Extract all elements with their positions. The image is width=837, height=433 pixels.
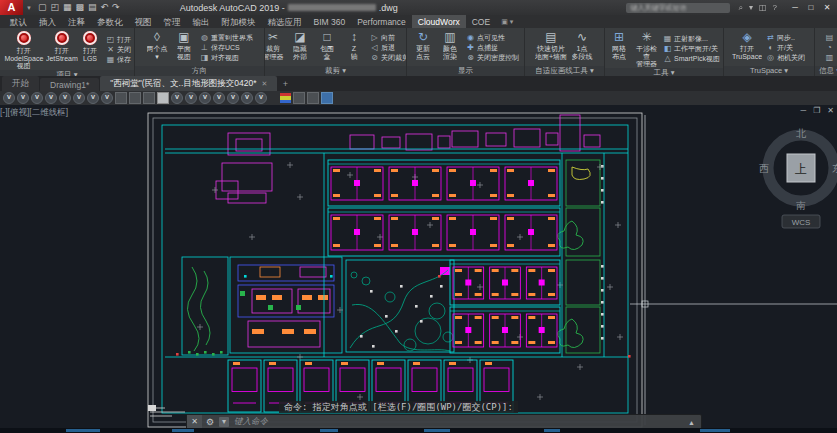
toolbar-icon-6[interactable]: V <box>87 92 99 104</box>
minimize-drawing-icon[interactable]: ─ <box>800 106 806 115</box>
ribbon-button[interactable]: 打开 LGS <box>77 29 103 70</box>
ribbon-small-button[interactable]: ◍重置到世界系 <box>200 33 253 42</box>
ribbon-button[interactable]: ▤快速切片 地面+墙面 <box>534 29 568 66</box>
ribbon-small-button[interactable]: ◧工作平面开/关 <box>663 44 720 53</box>
toolbar-icon-18[interactable]: V <box>255 92 267 104</box>
sign-in-icon[interactable]: ▾ <box>749 3 753 13</box>
redo-icon[interactable]: ↷ <box>112 0 120 15</box>
ribbon-tab-coe[interactable]: COE <box>466 15 496 28</box>
toolbar-icon-5[interactable]: V <box>73 92 85 104</box>
ribbon-panel-title[interactable]: 方向 <box>135 66 264 76</box>
ribbon-button[interactable]: ▥颜色 渲染 <box>437 29 463 66</box>
restore-drawing-icon[interactable]: ❐ <box>813 106 820 115</box>
app-menu-caret-icon[interactable]: ▼ <box>26 5 32 11</box>
ribbon-button[interactable]: ◊两个点 ▾ <box>144 29 170 66</box>
ribbon-small-button[interactable]: ✕关闭 <box>106 45 131 54</box>
ribbon-button[interactable]: ✳干涉检查 管理器 <box>633 29 660 68</box>
toolbar-icon-0[interactable]: V <box>3 92 15 104</box>
ribbon-overflow-icon[interactable]: ▣ ▾ <box>496 15 518 28</box>
file-tab-2[interactable]: "西祠堂"(民宿、文..目地形图接交0420*✕ <box>100 76 277 91</box>
model-space-canvas[interactable]: 上北南西东WCS [-][俯视][二维线框] ─❐✕ 命令: 指定对角点或 [栏… <box>0 105 837 428</box>
help-icon[interactable]: ? <box>773 3 777 13</box>
apps-store-icon[interactable]: ◫ <box>759 3 767 13</box>
ribbon-small-button[interactable]: ◎相机关闭 <box>766 53 805 62</box>
ribbon-tab-视图[interactable]: 视图 <box>129 15 158 28</box>
toolbar-icon-20[interactable] <box>280 93 291 103</box>
toolbar-icon-23[interactable] <box>321 92 333 104</box>
ribbon-small-button[interactable]: ◁后退 <box>370 43 407 52</box>
toolbar-icon-13[interactable]: V <box>185 92 197 104</box>
saveas-icon[interactable]: ▩ <box>76 0 85 15</box>
ribbon-button[interactable]: □包围 盒 <box>314 29 340 66</box>
ribbon-small-button[interactable]: ◐开/关 <box>766 43 805 52</box>
ribbon-panel-title[interactable]: 显示 <box>407 66 524 76</box>
recent-commands-icon[interactable]: ▾ <box>219 417 229 427</box>
ribbon-tab-参数化[interactable]: 参数化 <box>91 15 129 28</box>
ribbon-panel-title[interactable]: 工具 ▾ <box>605 68 723 77</box>
ribbon-small-button[interactable]: ◰打开 <box>106 35 131 44</box>
close-drawing-icon[interactable]: ✕ <box>827 106 834 115</box>
ribbon-tab-附加模块[interactable]: 附加模块 <box>216 15 262 28</box>
ribbon-tab-插入[interactable]: 插入 <box>33 15 62 28</box>
ribbon-panel-title[interactable]: 项目 ▾ <box>0 70 134 77</box>
toolbar-icon-15[interactable]: V <box>213 92 225 104</box>
ribbon-small-button[interactable]: ▦保存 <box>106 55 131 64</box>
ribbon-tab-输出[interactable]: 输出 <box>187 15 216 28</box>
autocad-logo[interactable]: A <box>0 0 23 15</box>
maximize-icon[interactable]: □ <box>803 3 819 12</box>
ribbon-panel-title[interactable]: TruSpace ▾ <box>724 66 814 76</box>
ribbon-small-button[interactable]: ◨对齐视图 <box>200 53 253 62</box>
ribbon-small-button[interactable]: ▦正射影像... <box>663 34 720 43</box>
command-input[interactable]: 键入命令 <box>234 416 268 428</box>
ribbon-small-button[interactable]: ▷向前 <box>370 33 407 42</box>
ribbon-small-button[interactable]: ⊘关闭裁剪 <box>370 53 407 62</box>
undo-icon[interactable]: ↶ <box>101 0 109 15</box>
ribbon-small-button[interactable]: ◔ <box>825 43 834 52</box>
ribbon-tab-管理[interactable]: 管理 <box>158 15 187 28</box>
toolbar-icon-11[interactable] <box>157 92 169 104</box>
save-icon[interactable]: ▦ <box>63 0 72 15</box>
ribbon-panel-title[interactable]: 信息 ▾ <box>815 66 837 76</box>
toolbar-icon-8[interactable] <box>115 92 127 104</box>
ribbon-button[interactable]: ↻更新 点云 <box>410 29 436 66</box>
close-tab-icon[interactable]: ✕ <box>262 80 268 87</box>
command-line-bar[interactable]: ✕ ⚙ ▾ 键入命令 ▲ <box>186 414 702 428</box>
toolbar-icon-12[interactable]: V <box>171 92 183 104</box>
ribbon-button[interactable]: ◪隐藏 外部 <box>287 29 313 66</box>
toolbar-icon-14[interactable]: V <box>199 92 211 104</box>
toolbar-icon-17[interactable]: V <box>241 92 253 104</box>
ribbon-small-button[interactable]: ◉点可见性 <box>466 33 519 42</box>
toolbar-icon-22[interactable] <box>307 92 319 104</box>
ribbon-panel-title[interactable]: 裁剪 ▾ <box>265 66 406 76</box>
ribbon-tab-performance[interactable]: Performance <box>351 15 412 28</box>
toolbar-icon-1[interactable]: V <box>17 92 29 104</box>
ribbon-small-button[interactable]: ▤ <box>825 33 834 42</box>
ribbon-small-button[interactable]: △SmartPick视图 <box>663 54 720 63</box>
toolbar-icon-16[interactable]: V <box>227 92 239 104</box>
ribbon-button[interactable]: ↕Z 轴 <box>341 29 367 66</box>
ribbon-button[interactable]: ⊞网格 布点 <box>606 29 632 68</box>
ribbon-button[interactable]: 打开 ModelSpace视图 <box>1 29 47 70</box>
ribbon-button[interactable]: 打开 JetStream <box>48 29 76 70</box>
close-icon[interactable]: ✕ <box>187 415 202 428</box>
new-icon[interactable]: ▢ <box>38 0 47 15</box>
expand-history-icon[interactable]: ▲ <box>688 419 695 426</box>
plot-icon[interactable]: ▤ <box>88 0 97 15</box>
file-tab-1[interactable]: Drawing1* <box>40 78 99 91</box>
toolbar-icon-7[interactable]: V <box>101 92 113 104</box>
customize-wrench-icon[interactable]: ⚙ <box>202 417 218 427</box>
toolbar-icon-2[interactable]: V <box>31 92 43 104</box>
close-icon[interactable]: ✕ <box>819 3 835 12</box>
ribbon-button[interactable]: ▣平面 视图 <box>171 29 197 66</box>
view-cube[interactable]: 上北南西东WCS <box>759 128 837 228</box>
new-tab-button[interactable]: + <box>278 79 292 91</box>
ribbon-small-button[interactable]: ✚点捕捉 <box>466 43 519 52</box>
toolbar-icon-3[interactable]: V <box>45 92 57 104</box>
ribbon-small-button[interactable]: ▥ <box>825 53 834 62</box>
viewport-controls-label[interactable]: [-][俯视][二维线框] <box>0 107 68 119</box>
file-tab-0[interactable]: 开始 <box>2 76 39 91</box>
ribbon-tab-注释[interactable]: 注释 <box>62 15 91 28</box>
ribbon-tab-精选应用[interactable]: 精选应用 <box>262 15 308 28</box>
ribbon-small-button[interactable]: ⇄同步.. <box>766 33 805 42</box>
ribbon-button[interactable]: ✂裁剪 管理器 <box>265 29 286 66</box>
